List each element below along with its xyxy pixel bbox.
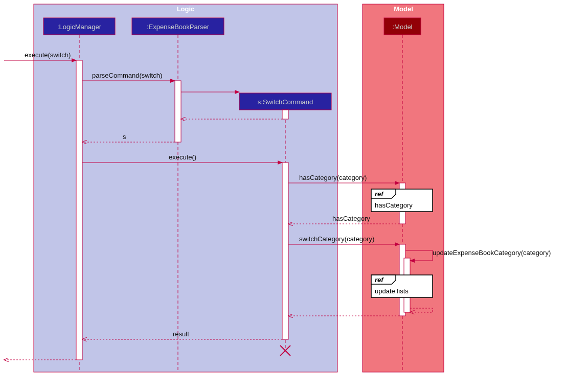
msg-parse-command: parseCommand(switch) xyxy=(92,72,162,79)
participant-logic-manager-label: :LogicManager xyxy=(57,23,102,31)
activation-logic-manager xyxy=(76,60,82,360)
msg-execute-switch: execute(switch) xyxy=(25,51,71,59)
msg-has-category-call: hasCategory(category) xyxy=(299,174,367,181)
msg-switch-category: switchCategory(category) xyxy=(299,235,374,243)
participant-switch-command-label: s:SwitchCommand xyxy=(258,98,313,106)
activation-parser xyxy=(175,81,181,142)
model-box-title: Model xyxy=(394,5,413,13)
participant-expense-book-parser-label: :ExpenseBookParser xyxy=(147,23,210,31)
ref-has-category: ref hasCategory xyxy=(371,189,433,212)
participant-model-label: :Model xyxy=(392,23,412,31)
sequence-diagram: Logic Model :LogicManager :ExpenseBookPa… xyxy=(0,0,565,392)
ref-has-category-head: ref xyxy=(375,190,384,198)
ref-update-lists-body: update lists xyxy=(375,287,409,295)
ref-update-lists: ref update lists xyxy=(371,275,433,297)
msg-has-category-return: hasCategory xyxy=(332,215,370,222)
msg-return-s: s xyxy=(123,133,126,141)
logic-box-title: Logic xyxy=(177,5,195,13)
msg-update-expense-book-category: updateExpenseBookCategory(category) xyxy=(433,249,551,257)
msg-execute: execute() xyxy=(169,153,196,161)
msg-result: result xyxy=(173,330,189,338)
ref-has-category-body: hasCategory xyxy=(375,201,413,209)
ref-update-lists-head: ref xyxy=(375,276,384,284)
activation-switch-create xyxy=(282,110,288,119)
activation-switch-command xyxy=(282,163,288,339)
